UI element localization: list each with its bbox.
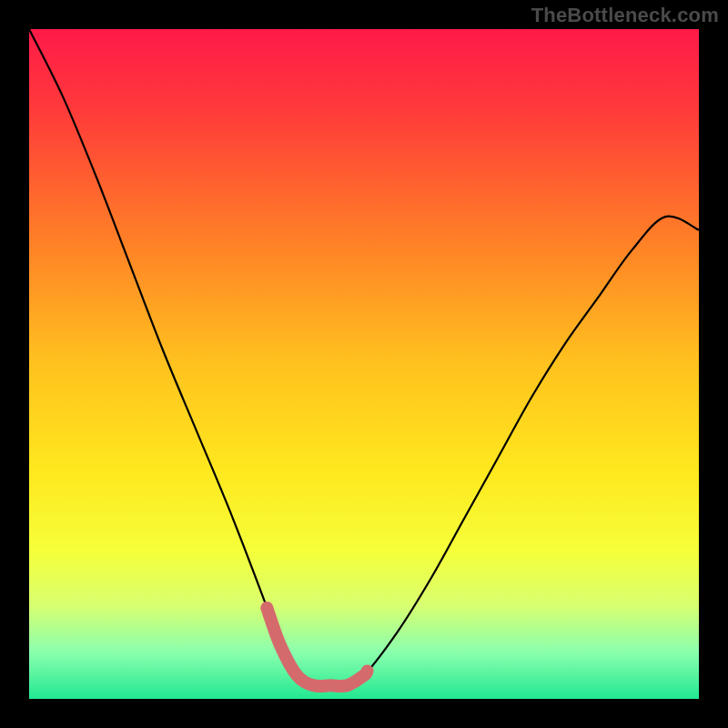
bottleneck-chart [0,0,728,728]
watermark-text: TheBottleneck.com [531,4,719,27]
chart-frame: TheBottleneck.com [0,0,728,728]
plot-background [29,29,699,699]
